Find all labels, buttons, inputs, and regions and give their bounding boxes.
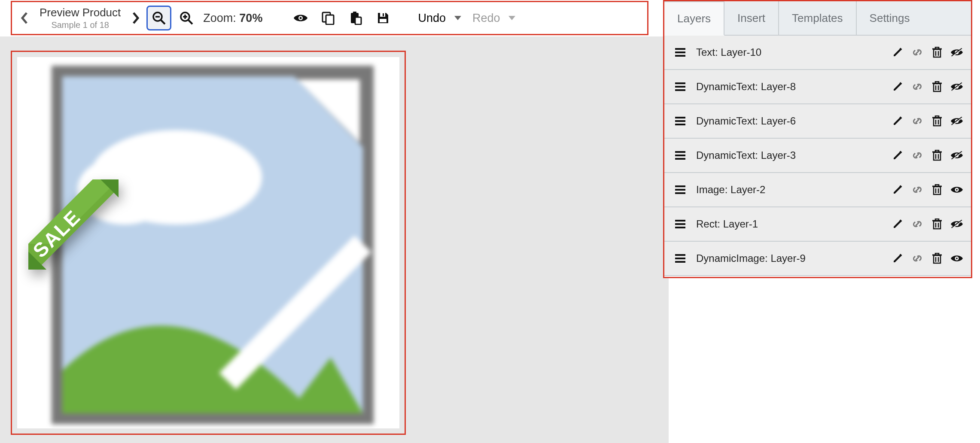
caret-down-icon <box>454 16 461 20</box>
eye-off-icon[interactable] <box>950 115 963 127</box>
svg-rect-120 <box>934 255 940 263</box>
eye-off-icon[interactable] <box>950 46 963 59</box>
layer-actions <box>891 115 963 127</box>
layer-label: Rect: Layer-1 <box>696 218 882 230</box>
tab-insert[interactable]: Insert <box>724 1 779 35</box>
svg-rect-80 <box>934 152 940 160</box>
tab-templates[interactable]: Templates <box>779 1 857 35</box>
eye-off-icon[interactable] <box>950 149 963 162</box>
layer-row[interactable]: DynamicText: Layer-8 <box>664 70 971 104</box>
eye-off-icon[interactable] <box>950 80 963 93</box>
svg-rect-16 <box>380 19 387 22</box>
edit-icon[interactable] <box>891 218 904 231</box>
trash-icon[interactable] <box>931 218 943 231</box>
copy-button[interactable] <box>316 6 341 30</box>
trash-icon[interactable] <box>931 115 943 127</box>
svg-rect-15 <box>383 13 384 16</box>
svg-line-4 <box>189 20 192 24</box>
drag-handle-icon[interactable] <box>674 183 687 196</box>
sale-ribbon: SALE <box>28 179 127 278</box>
layer-row[interactable]: DynamicImage: Layer-9 <box>664 242 971 276</box>
link-icon[interactable] <box>911 80 924 93</box>
drag-handle-icon[interactable] <box>674 149 687 162</box>
svg-rect-68 <box>935 116 939 118</box>
edit-icon[interactable] <box>891 252 904 265</box>
preview-title: Preview Product <box>40 6 121 19</box>
redo-button[interactable]: Redo <box>468 12 520 25</box>
chevron-right-icon <box>131 12 140 24</box>
eye-off-icon[interactable] <box>950 218 963 231</box>
edit-icon[interactable] <box>891 80 904 93</box>
tab-layers[interactable]: Layers <box>664 1 724 36</box>
layer-actions <box>891 218 963 231</box>
zoom-in-icon <box>179 11 194 25</box>
svg-marker-17 <box>454 16 461 20</box>
layer-row[interactable]: Text: Layer-10 <box>664 36 971 70</box>
edit-icon[interactable] <box>891 149 904 162</box>
drag-handle-icon[interactable] <box>674 46 687 59</box>
svg-rect-38 <box>934 49 940 57</box>
caret-down-icon <box>508 16 515 20</box>
svg-rect-13 <box>355 17 361 24</box>
visibility-button[interactable] <box>288 6 313 30</box>
drag-handle-icon[interactable] <box>674 218 687 231</box>
svg-line-93 <box>916 188 919 191</box>
edit-icon[interactable] <box>891 46 904 59</box>
drag-handle-icon[interactable] <box>674 80 687 93</box>
svg-line-1 <box>161 20 165 24</box>
next-product-button[interactable] <box>127 8 144 28</box>
trash-icon[interactable] <box>931 46 943 59</box>
zoom-out-button[interactable] <box>146 6 171 30</box>
trash-icon[interactable] <box>931 183 943 196</box>
save-button[interactable] <box>371 6 396 30</box>
canvas-area[interactable]: SALE <box>11 51 406 435</box>
panel-tabs: Layers Insert Templates Settings <box>664 1 971 36</box>
tab-settings[interactable]: Settings <box>857 1 923 35</box>
layer-actions <box>891 183 963 196</box>
link-icon[interactable] <box>911 252 924 265</box>
undo-button[interactable]: Undo <box>414 12 466 25</box>
redo-label: Redo <box>472 12 500 25</box>
drag-handle-icon[interactable] <box>674 115 687 127</box>
layer-row[interactable]: Image: Layer-2 <box>664 173 971 207</box>
layer-actions <box>891 46 963 59</box>
edit-icon[interactable] <box>891 115 904 127</box>
layer-actions <box>891 252 963 265</box>
eye-icon <box>293 13 308 23</box>
edit-icon[interactable] <box>891 183 904 196</box>
link-icon[interactable] <box>911 149 924 162</box>
svg-rect-40 <box>935 47 939 49</box>
preview-product-label[interactable]: Preview Product Sample 1 of 18 <box>36 6 124 30</box>
prev-product-button[interactable] <box>16 8 33 28</box>
svg-line-79 <box>916 154 919 157</box>
link-icon[interactable] <box>911 115 924 127</box>
svg-line-119 <box>916 257 919 260</box>
layer-row[interactable]: DynamicText: Layer-3 <box>664 139 971 173</box>
link-icon[interactable] <box>911 46 924 59</box>
link-icon[interactable] <box>911 218 924 231</box>
undo-label: Undo <box>418 12 446 25</box>
paste-icon <box>349 11 362 25</box>
drag-handle-icon[interactable] <box>674 252 687 265</box>
eye-icon[interactable] <box>950 252 963 265</box>
layer-row[interactable]: Rect: Layer-1 <box>664 207 971 242</box>
svg-rect-12 <box>353 12 356 14</box>
eye-icon[interactable] <box>950 183 963 196</box>
zoom-level-label: Zoom: 70% <box>203 12 262 25</box>
svg-marker-18 <box>508 16 515 20</box>
link-icon[interactable] <box>911 183 924 196</box>
paste-button[interactable] <box>343 6 368 30</box>
copy-icon <box>321 11 335 25</box>
zoom-in-button[interactable] <box>174 6 199 30</box>
trash-icon[interactable] <box>931 149 943 162</box>
trash-icon[interactable] <box>931 252 943 265</box>
layer-label: Text: Layer-10 <box>696 46 882 58</box>
svg-rect-106 <box>934 221 940 229</box>
zoom-out-icon <box>152 11 166 25</box>
svg-point-100 <box>956 189 958 191</box>
svg-rect-10 <box>326 15 334 24</box>
toolbar: Preview Product Sample 1 of 18 Zoom: 70% <box>11 1 648 35</box>
trash-icon[interactable] <box>931 80 943 93</box>
layer-label: DynamicText: Layer-8 <box>696 81 882 93</box>
layer-row[interactable]: DynamicText: Layer-6 <box>664 104 971 139</box>
